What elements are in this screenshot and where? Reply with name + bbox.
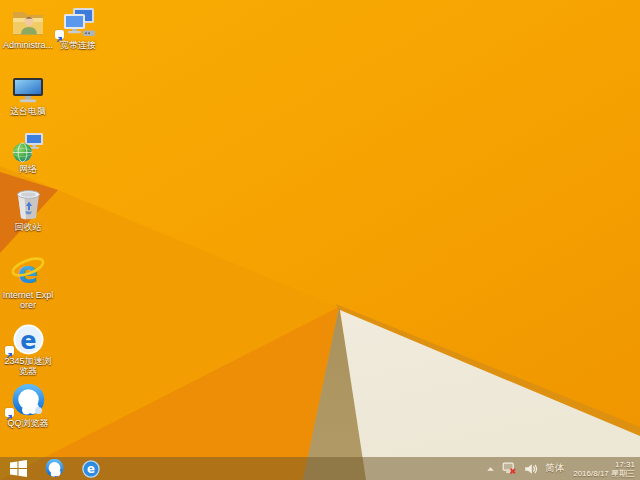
icon-label: Internet Explorer bbox=[0, 290, 56, 310]
icon-label: 网络 bbox=[0, 164, 56, 174]
desktop-icon-administrator[interactable]: Administra... bbox=[0, 5, 56, 50]
input-method-indicator[interactable]: 简体 bbox=[545, 462, 564, 475]
taskbar: e bbox=[0, 457, 640, 480]
taskbar-qq-browser-button[interactable] bbox=[39, 457, 69, 480]
2345-browser-icon: e bbox=[0, 321, 56, 355]
icon-label: 回收站 bbox=[0, 222, 56, 232]
svg-text:e: e bbox=[87, 462, 95, 476]
blue-circle-e-icon: e bbox=[82, 460, 100, 478]
desktop-icon-this-pc[interactable]: 这台电脑 bbox=[0, 71, 56, 116]
icon-label: 这台电脑 bbox=[0, 106, 56, 116]
internet-explorer-icon: e bbox=[0, 255, 56, 289]
desktop-icon-recycle-bin[interactable]: 回收站 bbox=[0, 187, 56, 232]
shortcut-arrow-icon bbox=[5, 408, 14, 417]
this-pc-icon bbox=[0, 71, 56, 105]
desktop-icon-internet-explorer[interactable]: e Internet Explorer bbox=[0, 255, 56, 310]
shortcut-arrow-icon bbox=[5, 346, 14, 355]
windows-logo-icon bbox=[10, 460, 27, 477]
desktop-icon-broadband-connection[interactable]: 宽带连接 bbox=[50, 5, 106, 50]
desktop-icon-2345-browser[interactable]: e 2345加速浏览器 bbox=[0, 321, 56, 376]
svg-text:e: e bbox=[20, 327, 36, 355]
recycle-bin-icon bbox=[0, 187, 56, 221]
broadband-connection-icon bbox=[50, 5, 106, 39]
show-hidden-icons-button[interactable] bbox=[486, 465, 495, 473]
shortcut-arrow-icon bbox=[55, 30, 64, 39]
desktop: Administra... 宽带连接 bbox=[0, 0, 640, 480]
speaker-icon bbox=[524, 463, 538, 475]
network-icon bbox=[0, 129, 56, 163]
qq-browser-icon bbox=[45, 459, 64, 478]
start-button[interactable] bbox=[3, 457, 33, 480]
taskbar-2345-browser-button[interactable]: e bbox=[76, 457, 106, 480]
desktop-icon-qq-browser[interactable]: QQ浏览器 bbox=[0, 383, 56, 428]
clock[interactable]: 17:31 2016/8/17 星期三 bbox=[571, 460, 635, 478]
clock-date: 2016/8/17 星期三 bbox=[573, 469, 635, 478]
network-disconnected-icon bbox=[502, 462, 517, 475]
clock-time: 17:31 bbox=[573, 460, 635, 469]
desktop-icon-network[interactable]: 网络 bbox=[0, 129, 56, 174]
volume-button[interactable] bbox=[524, 463, 538, 475]
network-status-button[interactable] bbox=[502, 462, 517, 475]
qq-browser-icon bbox=[0, 383, 56, 417]
chevron-up-icon bbox=[486, 465, 495, 473]
user-folder-icon bbox=[0, 5, 56, 39]
icon-label: Administra... bbox=[0, 40, 56, 50]
system-tray: 简体 17:31 2016/8/17 星期三 bbox=[486, 457, 640, 480]
